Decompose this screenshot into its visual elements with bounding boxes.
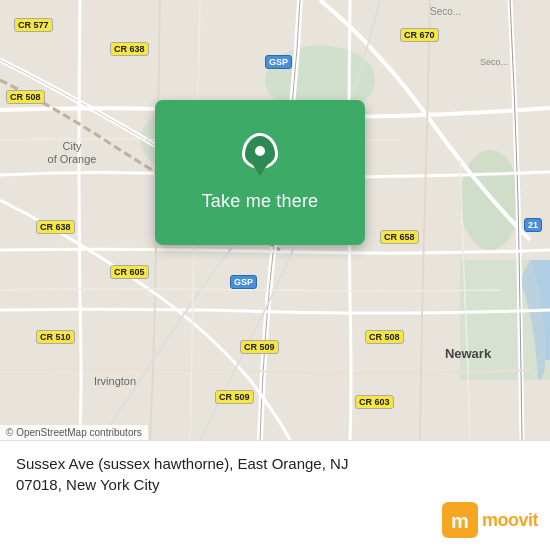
road-badge-cr603: CR 603: [355, 395, 394, 409]
location-card[interactable]: Take me there: [155, 100, 365, 245]
road-badge-cr21: 21: [524, 218, 542, 232]
road-badge-cr658: CR 658: [380, 230, 419, 244]
map-container: City of Orange Irvington Newark Seco... …: [0, 0, 550, 440]
road-badge-cr508-bot: CR 508: [365, 330, 404, 344]
bottom-panel: Sussex Ave (sussex hawthorne), East Oran…: [0, 440, 550, 550]
road-badge-cr508-left: CR 508: [6, 90, 45, 104]
road-badge-cr638-top: CR 638: [110, 42, 149, 56]
road-badge-cr605: CR 605: [110, 265, 149, 279]
moovit-text: moovit: [482, 510, 538, 531]
road-badge-gsp-top: GSP: [265, 55, 292, 69]
road-badge-gsp-mid: GSP: [230, 275, 257, 289]
road-badge-cr509-mid: CR 509: [240, 340, 279, 354]
road-badge-cr670: CR 670: [400, 28, 439, 42]
svg-point-4: [460, 150, 520, 250]
svg-text:Seco...: Seco...: [480, 57, 508, 67]
svg-text:m: m: [451, 510, 469, 532]
road-badge-cr577: CR 577: [14, 18, 53, 32]
road-badge-cr510: CR 510: [36, 330, 75, 344]
address-text: Sussex Ave (sussex hawthorne), East Oran…: [16, 453, 436, 495]
svg-text:City: City: [63, 140, 82, 152]
map-attribution: © OpenStreetMap contributors: [0, 425, 148, 440]
moovit-icon: m: [442, 502, 478, 538]
moovit-logo: m moovit: [442, 502, 538, 538]
svg-text:of Orange: of Orange: [48, 153, 97, 165]
svg-text:Newark: Newark: [445, 346, 492, 361]
svg-text:Irvington: Irvington: [94, 375, 136, 387]
take-me-there-button[interactable]: Take me there: [202, 191, 319, 212]
road-badge-cr638-mid: CR 638: [36, 220, 75, 234]
svg-text:Seco...: Seco...: [430, 6, 461, 17]
road-badge-cr509-bot: CR 509: [215, 390, 254, 404]
location-pin: [242, 133, 278, 177]
